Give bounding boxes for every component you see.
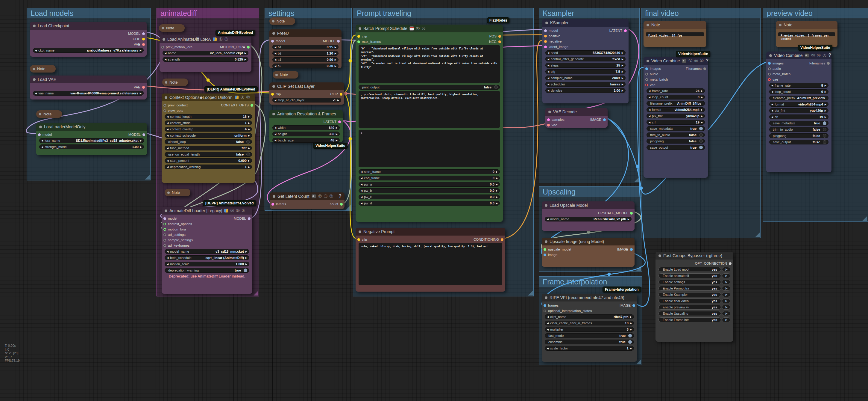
save-metadata-toggle[interactable]: save_metadatatrue <box>647 126 705 131</box>
increment-arrow-icon[interactable]: ▶ <box>140 139 142 142</box>
toggle-knob[interactable] <box>494 85 498 89</box>
load-upscale-model[interactable]: Load Upscale ModelUPSCALE_MODEL◀model_na… <box>542 201 634 231</box>
enable-preview-video-row[interactable]: Enable preview videoyes➤ <box>658 305 730 310</box>
increment-arrow-icon[interactable]: ▶ <box>336 133 338 136</box>
decrement-arrow-icon[interactable]: ◀ <box>547 347 549 350</box>
crf-widget[interactable]: ◀crf19▶ <box>647 120 705 125</box>
increment-arrow-icon[interactable]: ▶ <box>245 52 246 55</box>
increment-arrow-icon[interactable]: ▶ <box>248 160 250 162</box>
collapse-dot[interactable] <box>39 113 41 115</box>
upscale-model-input[interactable]: upscale_model <box>544 248 571 251</box>
model-input[interactable]: model <box>163 217 177 220</box>
vae-input[interactable]: vae <box>547 123 557 127</box>
increment-arrow-icon[interactable]: ▶ <box>622 89 623 92</box>
load-checkpoint-header[interactable]: Load Checkpoint <box>30 22 147 30</box>
increment-arrow-icon[interactable]: ▶ <box>248 115 250 118</box>
toggle-knob[interactable] <box>699 146 703 149</box>
toggle-knob[interactable] <box>699 133 703 137</box>
s1-widget[interactable]: ◀s10.90▶ <box>272 57 339 62</box>
decrement-arrow-icon[interactable]: ◀ <box>548 52 549 54</box>
deprecation-warning-toggle[interactable]: deprecation_warningtrue <box>165 268 249 273</box>
format-widget[interactable]: ◀formatvideo/h264-mp4▶ <box>769 102 829 107</box>
collapse-dot[interactable] <box>545 22 548 24</box>
context-options[interactable]: Context Options◆Looped UniformⒶⒹprev_con… <box>162 93 255 183</box>
filenames-output[interactable]: Filenames <box>809 61 830 65</box>
load-checkpoint[interactable]: Load CheckpointMODELCLIPVAE◀ckpt_nameana… <box>30 22 147 57</box>
samples-input[interactable]: samples <box>547 118 564 121</box>
load-animatediff-lora-header[interactable]: Load AnimateDiff LoRAⒶⒹ <box>159 35 251 43</box>
pos-output[interactable]: POS <box>489 34 501 38</box>
output-slot-icon[interactable] <box>143 133 145 136</box>
input-slot-icon[interactable] <box>645 84 648 86</box>
meta-batch-input[interactable]: meta_batch <box>645 78 668 81</box>
toggle-knob[interactable] <box>823 121 827 125</box>
strength-widget[interactable]: ◀strength0.825▶ <box>162 57 248 62</box>
load-vae[interactable]: Load VAEVAE◀vae_namevae-ft-mse-840000-em… <box>30 76 147 99</box>
collapse-dot[interactable] <box>33 68 35 70</box>
output-slot-icon[interactable] <box>340 93 342 95</box>
input-slot-icon[interactable] <box>358 35 360 38</box>
scheduler-widget[interactable]: ◀schedulerkarras▶ <box>545 82 625 87</box>
latent-image-input[interactable]: latent_image <box>544 45 568 49</box>
image-output[interactable]: IMAGE <box>620 304 635 307</box>
increment-arrow-icon[interactable]: ▶ <box>496 171 498 173</box>
save-output-toggle[interactable]: save_outputfalse <box>769 140 829 144</box>
decrement-arrow-icon[interactable]: ◀ <box>167 263 168 265</box>
decrement-arrow-icon[interactable]: ◀ <box>361 196 363 198</box>
prev-motion-lora-input[interactable]: prev_motion_lora <box>161 45 192 49</box>
enable-load-models-row[interactable]: Enable Load modelsyes➤ <box>658 267 730 272</box>
collapse-dot[interactable] <box>39 125 42 128</box>
toggle-knob[interactable] <box>628 340 632 344</box>
save-output-toggle[interactable]: save_outputtrue <box>647 145 705 150</box>
output-slot-icon[interactable] <box>338 120 341 123</box>
motion-lora-output[interactable]: MOTION_LORA <box>220 45 250 49</box>
model-output[interactable]: MODEL <box>128 133 145 136</box>
note-final-video-header[interactable]: Note <box>644 21 706 29</box>
images-input[interactable]: images <box>645 67 661 70</box>
context-overlap-widget[interactable]: ◀context_overlap4▶ <box>165 127 252 132</box>
increment-arrow-icon[interactable]: ▶ <box>335 65 336 67</box>
increment-arrow-icon[interactable]: ▶ <box>622 52 623 54</box>
bypass-arrow-icon[interactable]: ➤ <box>722 311 730 316</box>
save-metadata-toggle[interactable]: save_metadatatrue <box>769 121 829 125</box>
clip-input[interactable]: clip <box>271 92 281 96</box>
get-latent-count[interactable]: Get Latent CountⓋⒽⓈ?latentscount <box>270 193 344 209</box>
latent-output[interactable]: LATENT <box>610 29 627 32</box>
audio-input[interactable]: audio <box>645 72 658 76</box>
ad-keyframes-input[interactable]: ad_keyframes <box>163 244 189 247</box>
collapse-dot[interactable] <box>658 254 661 257</box>
max-frames-input[interactable]: max_frames <box>358 40 381 44</box>
increment-arrow-icon[interactable]: ▶ <box>622 83 623 86</box>
pix-fmt-widget[interactable]: ◀pix_fmtyuv420p▶ <box>769 108 829 113</box>
output-slot-icon[interactable] <box>142 38 145 40</box>
decrement-arrow-icon[interactable]: ◀ <box>165 52 166 55</box>
decrement-arrow-icon[interactable]: ◀ <box>167 134 168 137</box>
frame-rate-widget[interactable]: ◀frame_rate24▶ <box>647 88 705 93</box>
pw-c-widget[interactable]: ◀pw_c0.0▶ <box>359 195 500 199</box>
collapse-dot[interactable] <box>769 54 772 57</box>
fast-groups-bypasser[interactable]: Fast Groups Bypasser (rgthree)OPT_CONNEC… <box>655 252 733 342</box>
collapse-dot[interactable] <box>359 230 361 233</box>
decrement-arrow-icon[interactable]: ◀ <box>649 96 650 98</box>
model-output[interactable]: MODEL <box>128 32 145 35</box>
input-slot-icon[interactable] <box>544 29 547 32</box>
increment-arrow-icon[interactable]: ▶ <box>496 183 498 186</box>
input-slot-icon[interactable] <box>163 217 166 220</box>
bypass-toggle[interactable]: Enable Load modelsyes <box>658 267 721 272</box>
width-widget[interactable]: ◀width640▶ <box>272 125 340 130</box>
increment-arrow-icon[interactable]: ▶ <box>628 218 629 221</box>
view-opts-input[interactable]: view_opts <box>163 109 183 112</box>
output-slot-icon[interactable] <box>827 62 830 65</box>
motion-scale-widget[interactable]: ◀motion_scale1.000▶ <box>165 262 249 266</box>
output-slot-icon[interactable] <box>498 40 501 43</box>
decrement-arrow-icon[interactable]: ◀ <box>275 126 276 129</box>
note-node-note-1[interactable]: Note <box>30 65 56 73</box>
increment-arrow-icon[interactable]: ▶ <box>701 96 703 98</box>
model-name-widget[interactable]: ◀model_namev3_sd15_mm.ckpt▶ <box>165 249 249 254</box>
vae-output[interactable]: VAE <box>134 42 145 46</box>
model-output[interactable]: MODEL <box>234 217 250 220</box>
collapse-dot[interactable] <box>545 204 548 207</box>
increment-arrow-icon[interactable]: ▶ <box>630 322 632 324</box>
input-slot-icon[interactable] <box>271 93 274 95</box>
load-animatediff-lora[interactable]: Load AnimateDiff LoRAⒶⒹprev_motion_loraM… <box>159 35 251 72</box>
